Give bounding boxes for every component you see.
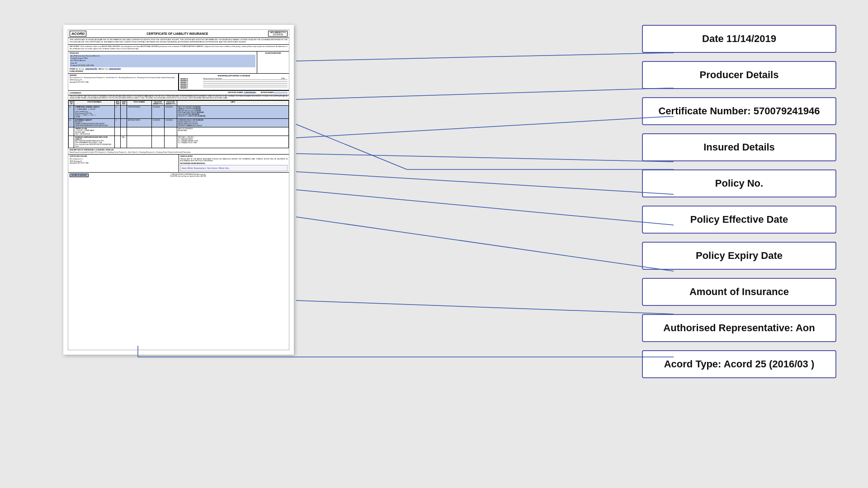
auth-rep-info-box: Authorised Representative: Aon [642, 314, 836, 342]
producer-label: PRODUCER [70, 52, 255, 54]
wc-eff [151, 136, 164, 148]
revision-label: REVISION NUMBER: [261, 92, 274, 94]
auto-exp: 11/01/2020 [164, 118, 177, 127]
revision-group: REVISION NUMBER: [261, 92, 288, 94]
insured-info: RLC Industries Co., Roseburg Forest Prod… [70, 77, 177, 84]
acord-type: ACORD 25 (2016/03) [70, 174, 89, 177]
cert-date-box: DATE (MM/DD/YYYY) 11/14/2019 [268, 31, 288, 37]
cert-coverages-label: COVERAGES [70, 92, 228, 94]
umbrella-insr [69, 127, 74, 136]
cgl-limits: EACH OCCURRENCE $1,000,000 DAMAGE TO REN… [177, 105, 288, 118]
svg-line-2 [296, 88, 667, 99]
amount-info-box: Amount of Insurance [642, 278, 836, 306]
auth-signature: Aon Risk Insurance Services West Inc. [180, 165, 288, 171]
fax-item: FAX (A/C, No): (503) 295-0023 [99, 68, 121, 70]
policy-no-box-text: Policy No. [715, 178, 763, 189]
producer-section: PRODUCER Aon Risk Insurance Services Wes… [68, 52, 257, 74]
cgl-row: A COMMERCIAL GENERAL LIABILITY ☐ CLAIMS-… [69, 105, 289, 118]
info-boxes-container: Date 11/14/2019 Producer Details Certifi… [642, 25, 836, 378]
wc-insr [69, 136, 74, 148]
cgl-eff: 11/01/2019 [151, 105, 164, 118]
footer-copyright: ©1988-2015 ACORD CORPORATION. All rights… [89, 174, 288, 177]
fax-value: (503) 295-0023 [108, 68, 121, 70]
col-exp: POLICY EXP (MM/DD/YYYY) [164, 100, 177, 105]
wc-exp [164, 136, 177, 148]
date-info-box: Date 11/14/2019 [642, 25, 836, 53]
claims-label: ☐ CLAIMS-MADE [75, 108, 87, 110]
cert-title: CERTIFICATE OF LIABILITY INSURANCE [86, 32, 268, 35]
coverages-header-row: INSR LTR TYPE OF INSURANCE ADDL INSR SUB… [69, 100, 289, 105]
svg-line-9 [296, 172, 674, 194]
cert-num-area: CERTIFICATE NUMBER: 570079241946 REVISIO… [228, 92, 288, 94]
cert-num-group: CERTIFICATE NUMBER: 570079241946 [228, 92, 256, 94]
umbrella-type: UMBRELLA LIAB ☐ OCCUR ☐ CLAIMS-MADE EXCE… [74, 127, 115, 136]
svg-line-8 [296, 154, 674, 162]
insurer-main-row: INSURED RLC Industries Co., Roseburg For… [68, 74, 289, 91]
cancel-label: CANCELLATION [180, 155, 288, 157]
insured-label: INSURED [70, 75, 177, 76]
insurer-f-label: INSURER F: [180, 87, 203, 89]
cgl-insr: A [69, 105, 74, 118]
wc-addl [115, 136, 121, 148]
cert-holder-label: CERTIFICATE HOLDER [70, 155, 177, 157]
revision-value [274, 92, 288, 94]
holder-section: HOLDER IDENTIFIER [257, 52, 289, 74]
phone-label: PHONE [70, 68, 75, 70]
cert-num-label: CERTIFICATE NUMBER: [228, 92, 244, 94]
auto-type: AUTOMOBILE LIABILITY ANY AUTO OWNED SCHE… [74, 118, 115, 127]
cert-num-value: 570079241946 [244, 92, 256, 94]
policy-eff-box-text: Policy Effective Date [690, 214, 788, 225]
important-section: IMPORTANT: If the certificate holder is … [68, 45, 289, 52]
insured-left: INSURED RLC Industries Co., Roseburg For… [68, 74, 179, 90]
col-subr: SUBR WVD [121, 100, 127, 105]
acord-logo: ACORD [70, 31, 86, 37]
holder-label: HOLDER IDENTIFIER [259, 52, 288, 54]
col-limits: LIMITS [177, 100, 288, 105]
coverages-table: INSR LTR TYPE OF INSURANCE ADDL INSR SUB… [68, 100, 289, 148]
wc-row: WORKERS COMPENSATION AND EMPLOYERS LIABI… [69, 136, 289, 148]
cert-number-row: COVERAGES CERTIFICATE NUMBER: 5700792419… [68, 91, 289, 95]
producer-info-box: Producer Details [642, 61, 836, 89]
col-insr: INSR LTR [69, 100, 74, 105]
amount-box-text: Amount of Insurance [689, 286, 789, 298]
cgl-type: COMMERCIAL GENERAL LIABILITY ☐ CLAIMS-MA… [74, 105, 115, 118]
cancel-text: SHOULD ANY OF THE ABOVE DESCRIBED POLICI… [180, 158, 288, 162]
policy-no-info-box: Policy No. [642, 169, 836, 197]
phone-item: PHONE (A/C, No, Ext): (503) 224-6790 [70, 68, 98, 70]
svg-line-12 [296, 300, 674, 314]
producer-info: Aon Risk Insurance Services West, Inc. P… [70, 55, 255, 68]
umbrella-row: UMBRELLA LIAB ☐ OCCUR ☐ CLAIMS-MADE EXCE… [69, 127, 289, 136]
description-text: Named Insured is extended to Include: RL… [70, 151, 288, 153]
coverages-note: THIS IS TO CERTIFY THAT THE POLICIES OF … [68, 95, 289, 100]
wc-type: WORKERS COMPENSATION AND EMPLOYERS LIABI… [74, 136, 115, 148]
col-policy: POLICY NUMBER [127, 100, 151, 105]
insured-box-text: Insured Details [703, 141, 775, 153]
insurer-title: INSURER(S) AFFORDING COVERAGE [180, 75, 288, 77]
auto-subr [121, 118, 127, 127]
policy-exp-box-text: Policy Expiry Date [696, 250, 783, 262]
umbrella-subr [121, 127, 127, 136]
insurer-table: INSURER A: Liberty Insurance Corporation… [180, 78, 288, 89]
acord-type-info-box: Acord Type: Acord 25 (2016/03 ) [642, 350, 836, 378]
col-eff: POLICY EFF (MM/DD/YYYY) [151, 100, 164, 105]
occur-label: ☑ OCCUR [88, 108, 95, 110]
cert-disclaimer: THIS CERTIFICATE IS ISSUED AS A MATTER O… [68, 38, 289, 45]
wc-subr: N/A [121, 136, 127, 148]
auth-rep-box-text: Authorised Representative: Aon [663, 322, 815, 334]
cert-num-box-text: Certificate Number: 570079241946 [658, 105, 820, 117]
auto-addl: X [115, 118, 121, 127]
insurer-row: INSURER F: [180, 87, 288, 89]
col-addl: ADDL INSR [115, 100, 121, 105]
fax-label: FAX [99, 68, 102, 70]
umbrella-limits: EACH OCCURRENCE AGGREGATE [177, 127, 288, 136]
description-label: DESCRIPTION OF OPERATIONS / LOCATIONS / … [70, 149, 288, 151]
umbrella-policy [127, 127, 151, 136]
policy-eff-info-box: Policy Effective Date [642, 206, 836, 234]
cert-header: ACORD CERTIFICATE OF LIABILITY INSURANCE… [68, 30, 289, 38]
cgl-addl: X [115, 105, 121, 118]
svg-line-6 [296, 124, 407, 169]
svg-line-4 [296, 117, 667, 138]
cgl-exp: 11/01/2020 [164, 105, 177, 118]
svg-line-11 [296, 217, 674, 271]
col-type: TYPE OF INSURANCE [74, 100, 115, 105]
